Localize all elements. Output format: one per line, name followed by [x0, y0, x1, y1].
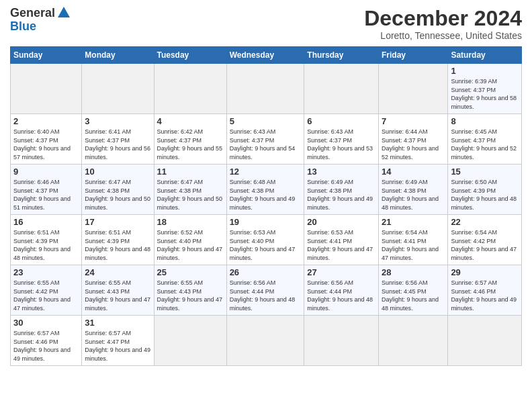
day-info: Sunrise: 6:50 AM Sunset: 4:39 PM Dayligh…: [451, 178, 519, 212]
calendar-cell: [304, 316, 379, 366]
header-row: Sunday Monday Tuesday Wednesday Thursday…: [11, 47, 522, 64]
day-info: Sunrise: 6:47 AM Sunset: 4:38 PM Dayligh…: [85, 178, 150, 212]
logo-icon: [56, 5, 71, 20]
day-info: Sunrise: 6:57 AM Sunset: 4:46 PM Dayligh…: [13, 329, 79, 363]
day-number: 23: [13, 267, 79, 277]
calendar-cell: [226, 64, 304, 114]
calendar-cell: [379, 64, 448, 114]
calendar-cell: 22 Sunrise: 6:54 AM Sunset: 4:42 PM Dayl…: [448, 215, 522, 265]
day-number: 7: [382, 116, 445, 126]
day-info: Sunrise: 6:41 AM Sunset: 4:37 PM Dayligh…: [85, 128, 150, 161]
day-number: 22: [451, 217, 519, 227]
calendar-cell: 14 Sunrise: 6:49 AM Sunset: 4:38 PM Dayl…: [379, 165, 448, 215]
day-info: Sunrise: 6:46 AM Sunset: 4:37 PM Dayligh…: [13, 178, 79, 212]
calendar-cell: 30 Sunrise: 6:57 AM Sunset: 4:46 PM Dayl…: [11, 316, 82, 366]
calendar-cell: [11, 64, 82, 114]
day-number: 6: [307, 116, 375, 126]
calendar-cell: 25 Sunrise: 6:55 AM Sunset: 4:43 PM Dayl…: [154, 265, 226, 316]
calendar-cell: 1 Sunrise: 6:39 AM Sunset: 4:37 PM Dayli…: [448, 64, 522, 114]
logo-general: General: [10, 7, 55, 20]
day-number: 31: [85, 318, 150, 328]
calendar-cell: 16 Sunrise: 6:51 AM Sunset: 4:39 PM Dayl…: [11, 215, 82, 265]
day-info: Sunrise: 6:39 AM Sunset: 4:37 PM Dayligh…: [451, 77, 519, 111]
day-info: Sunrise: 6:56 AM Sunset: 4:44 PM Dayligh…: [230, 279, 302, 312]
day-number: 30: [13, 318, 79, 328]
day-number: 26: [230, 267, 302, 277]
col-tuesday: Tuesday: [154, 47, 226, 64]
calendar-cell: 9 Sunrise: 6:46 AM Sunset: 4:37 PM Dayli…: [11, 165, 82, 215]
calendar-cell: 6 Sunrise: 6:43 AM Sunset: 4:37 PM Dayli…: [304, 114, 379, 165]
title-area: December 2024 Loretto, Tennessee, United…: [364, 7, 522, 41]
calendar-row: 9 Sunrise: 6:46 AM Sunset: 4:37 PM Dayli…: [11, 165, 522, 215]
calendar-cell: 17 Sunrise: 6:51 AM Sunset: 4:39 PM Dayl…: [82, 215, 154, 265]
day-info: Sunrise: 6:56 AM Sunset: 4:45 PM Dayligh…: [382, 279, 445, 312]
main-container: General Blue December 2024 Loretto, Tenn…: [0, 0, 532, 373]
calendar-cell: [82, 64, 154, 114]
calendar-cell: 23 Sunrise: 6:55 AM Sunset: 4:42 PM Dayl…: [11, 265, 82, 316]
day-info: Sunrise: 6:56 AM Sunset: 4:44 PM Dayligh…: [307, 279, 375, 312]
day-number: 12: [230, 167, 302, 177]
day-number: 11: [157, 167, 224, 177]
day-number: 14: [382, 167, 445, 177]
calendar-cell: [154, 64, 226, 114]
header: General Blue December 2024 Loretto, Tenn…: [10, 7, 522, 41]
day-number: 19: [230, 217, 302, 227]
day-info: Sunrise: 6:52 AM Sunset: 4:40 PM Dayligh…: [157, 228, 224, 262]
col-saturday: Saturday: [448, 47, 522, 64]
day-number: 4: [157, 116, 224, 126]
day-info: Sunrise: 6:49 AM Sunset: 4:38 PM Dayligh…: [382, 178, 445, 212]
calendar-cell: 29 Sunrise: 6:57 AM Sunset: 4:46 PM Dayl…: [448, 265, 522, 316]
day-number: 5: [230, 116, 302, 126]
day-number: 29: [451, 267, 519, 277]
calendar-cell: 2 Sunrise: 6:40 AM Sunset: 4:37 PM Dayli…: [11, 114, 82, 165]
calendar-cell: 11 Sunrise: 6:47 AM Sunset: 4:38 PM Dayl…: [154, 165, 226, 215]
calendar-cell: 28 Sunrise: 6:56 AM Sunset: 4:45 PM Dayl…: [379, 265, 448, 316]
day-info: Sunrise: 6:47 AM Sunset: 4:38 PM Dayligh…: [157, 178, 224, 212]
calendar-cell: 5 Sunrise: 6:43 AM Sunset: 4:37 PM Dayli…: [226, 114, 304, 165]
day-info: Sunrise: 6:44 AM Sunset: 4:37 PM Dayligh…: [382, 128, 445, 161]
day-number: 1: [451, 66, 519, 76]
day-info: Sunrise: 6:48 AM Sunset: 4:38 PM Dayligh…: [230, 178, 302, 212]
calendar-cell: 21 Sunrise: 6:54 AM Sunset: 4:41 PM Dayl…: [379, 215, 448, 265]
day-number: 27: [307, 267, 375, 277]
day-number: 25: [157, 267, 224, 277]
calendar-cell: 10 Sunrise: 6:47 AM Sunset: 4:38 PM Dayl…: [82, 165, 154, 215]
day-number: 16: [13, 217, 79, 227]
day-number: 28: [382, 267, 445, 277]
calendar-cell: 8 Sunrise: 6:45 AM Sunset: 4:37 PM Dayli…: [448, 114, 522, 165]
day-number: 21: [382, 217, 445, 227]
calendar-cell: 15 Sunrise: 6:50 AM Sunset: 4:39 PM Dayl…: [448, 165, 522, 215]
day-info: Sunrise: 6:43 AM Sunset: 4:37 PM Dayligh…: [307, 128, 375, 161]
calendar-cell: 26 Sunrise: 6:56 AM Sunset: 4:44 PM Dayl…: [226, 265, 304, 316]
day-number: 24: [85, 267, 150, 277]
day-info: Sunrise: 6:57 AM Sunset: 4:46 PM Dayligh…: [451, 279, 519, 312]
calendar-row: 16 Sunrise: 6:51 AM Sunset: 4:39 PM Dayl…: [11, 215, 522, 265]
month-title: December 2024: [364, 7, 522, 30]
calendar-cell: 27 Sunrise: 6:56 AM Sunset: 4:44 PM Dayl…: [304, 265, 379, 316]
col-wednesday: Wednesday: [226, 47, 304, 64]
day-info: Sunrise: 6:57 AM Sunset: 4:47 PM Dayligh…: [85, 329, 150, 363]
calendar-row: 30 Sunrise: 6:57 AM Sunset: 4:46 PM Dayl…: [11, 316, 522, 366]
day-number: 10: [85, 167, 150, 177]
day-number: 8: [451, 116, 519, 126]
day-info: Sunrise: 6:55 AM Sunset: 4:43 PM Dayligh…: [85, 279, 150, 312]
day-info: Sunrise: 6:43 AM Sunset: 4:37 PM Dayligh…: [230, 128, 302, 161]
day-info: Sunrise: 6:53 AM Sunset: 4:40 PM Dayligh…: [230, 228, 302, 262]
day-info: Sunrise: 6:51 AM Sunset: 4:39 PM Dayligh…: [13, 228, 79, 262]
calendar-cell: 7 Sunrise: 6:44 AM Sunset: 4:37 PM Dayli…: [379, 114, 448, 165]
calendar-row: 2 Sunrise: 6:40 AM Sunset: 4:37 PM Dayli…: [11, 114, 522, 165]
calendar-row: 23 Sunrise: 6:55 AM Sunset: 4:42 PM Dayl…: [11, 265, 522, 316]
calendar-cell: [379, 316, 448, 366]
logo-blue: Blue: [10, 20, 36, 34]
day-info: Sunrise: 6:53 AM Sunset: 4:41 PM Dayligh…: [307, 228, 375, 262]
calendar-table: Sunday Monday Tuesday Wednesday Thursday…: [10, 46, 522, 366]
day-info: Sunrise: 6:40 AM Sunset: 4:37 PM Dayligh…: [13, 128, 79, 161]
day-info: Sunrise: 6:55 AM Sunset: 4:42 PM Dayligh…: [13, 279, 79, 312]
day-number: 20: [307, 217, 375, 227]
location: Loretto, Tennessee, United States: [364, 30, 522, 41]
calendar-cell: 19 Sunrise: 6:53 AM Sunset: 4:40 PM Dayl…: [226, 215, 304, 265]
calendar-cell: [226, 316, 304, 366]
calendar-cell: 20 Sunrise: 6:53 AM Sunset: 4:41 PM Dayl…: [304, 215, 379, 265]
day-number: 3: [85, 116, 150, 126]
day-info: Sunrise: 6:54 AM Sunset: 4:41 PM Dayligh…: [382, 228, 445, 262]
